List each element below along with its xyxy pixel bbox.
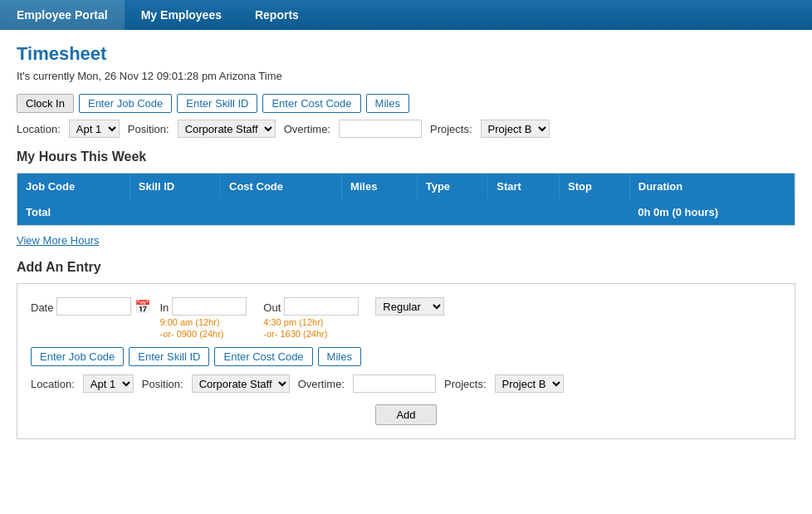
hours-section-title: My Hours This Week [17,149,795,164]
hours-table: Job Code Skill ID Cost Code Miles Type S… [17,174,795,225]
miles-button[interactable]: Miles [366,94,409,113]
total-row: Total 0h 0m (0 hours) [17,199,795,225]
in-hint1: 9:00 am (12hr) [159,317,247,327]
clock-in-row: Clock In Enter Job Code Enter Skill ID E… [17,94,795,113]
date-input[interactable] [56,297,131,316]
in-hint2: -or- 0900 (24hr) [159,329,247,339]
nav-employee-portal[interactable]: Employee Portal [0,0,125,30]
overtime-label: Overtime: [284,123,330,135]
entry-location-row: Location: Apt 1 Position: Corporate Staf… [31,374,781,393]
calendar-icon[interactable]: 📅 [135,299,151,315]
main-nav: Employee Portal My Employees Reports [0,0,812,30]
col-cost-code: Cost Code [221,174,342,199]
out-hint1: 4:30 pm (12hr) [263,317,359,327]
out-label: Out [263,299,281,314]
location-select[interactable]: Apt 1 [69,120,120,138]
add-btn-row: Add [31,404,781,425]
entry-overtime-input[interactable] [353,374,436,393]
date-label: Date [31,299,53,314]
entry-job-code-button[interactable]: Enter Job Code [31,347,124,366]
col-stop: Stop [560,174,630,199]
view-more-hours-link[interactable]: View More Hours [17,234,99,247]
projects-select[interactable]: Project B [481,120,550,138]
col-type: Type [417,174,488,199]
add-button[interactable]: Add [375,404,436,425]
entry-skill-id-button[interactable]: Enter Skill ID [129,347,209,366]
position-select[interactable]: Corporate Staff [178,120,276,138]
entry-location-select[interactable]: Apt 1 [83,374,134,393]
nav-reports[interactable]: Reports [238,0,316,30]
type-select[interactable]: Regular Overtime PTO Sick [375,297,444,316]
entry-overtime-label: Overtime: [298,378,345,390]
entry-position-select[interactable]: Corporate Staff [192,374,290,393]
enter-skill-id-button[interactable]: Enter Skill ID [177,94,257,113]
total-label: Total [17,199,629,225]
main-content: Timesheet It's currently Mon, 26 Nov 12 … [0,30,812,461]
entry-location-label: Location: [31,378,75,390]
enter-cost-code-button[interactable]: Enter Cost Code [262,94,360,113]
col-duration: Duration [629,174,794,199]
clock-in-button[interactable]: Clock In [17,94,74,113]
entry-projects-label: Projects: [444,378,487,390]
entry-projects-select[interactable]: Project B [495,374,564,393]
add-entry-box: Date 📅 In 9:00 am (12hr) -or- 0900 (24hr… [17,283,795,439]
in-group: In 9:00 am (12hr) -or- 0900 (24hr) [159,297,247,339]
entry-date-row: Date 📅 In 9:00 am (12hr) -or- 0900 (24hr… [31,297,781,339]
position-label: Position: [128,123,169,135]
in-out-section: In 9:00 am (12hr) -or- 0900 (24hr) Out 4… [159,297,359,339]
out-hint2: -or- 1630 (24hr) [263,329,359,339]
entry-cost-code-button[interactable]: Enter Cost Code [214,347,312,366]
entry-miles-button[interactable]: Miles [318,347,361,366]
nav-my-employees[interactable]: My Employees [125,0,238,30]
col-start: Start [488,174,560,199]
in-top: In [159,297,247,316]
col-job-code: Job Code [17,174,130,199]
clock-in-location-row: Location: Apt 1 Position: Corporate Staf… [17,120,795,138]
in-label: In [159,299,169,314]
enter-job-code-button[interactable]: Enter Job Code [79,94,172,113]
current-time: It's currently Mon, 26 Nov 12 09:01:28 p… [17,70,795,82]
out-input[interactable] [284,297,359,316]
hours-table-wrapper: Job Code Skill ID Cost Code Miles Type S… [17,173,795,226]
projects-label: Projects: [430,123,472,135]
col-miles: Miles [341,174,417,199]
out-group: Out 4:30 pm (12hr) -or- 1630 (24hr) [263,297,359,339]
location-label: Location: [17,123,61,135]
type-group: Regular Overtime PTO Sick [375,297,444,316]
date-group: Date 📅 [31,297,151,316]
total-duration: 0h 0m (0 hours) [629,199,794,225]
overtime-input[interactable] [339,120,422,138]
entry-position-label: Position: [142,378,183,390]
out-top: Out [263,297,359,316]
hours-table-header-row: Job Code Skill ID Cost Code Miles Type S… [17,174,795,199]
entry-links-row: Enter Job Code Enter Skill ID Enter Cost… [31,347,781,366]
col-skill-id: Skill ID [130,174,220,199]
page-title: Timesheet [17,43,795,65]
in-input[interactable] [172,297,247,316]
add-entry-title: Add An Entry [17,260,795,275]
